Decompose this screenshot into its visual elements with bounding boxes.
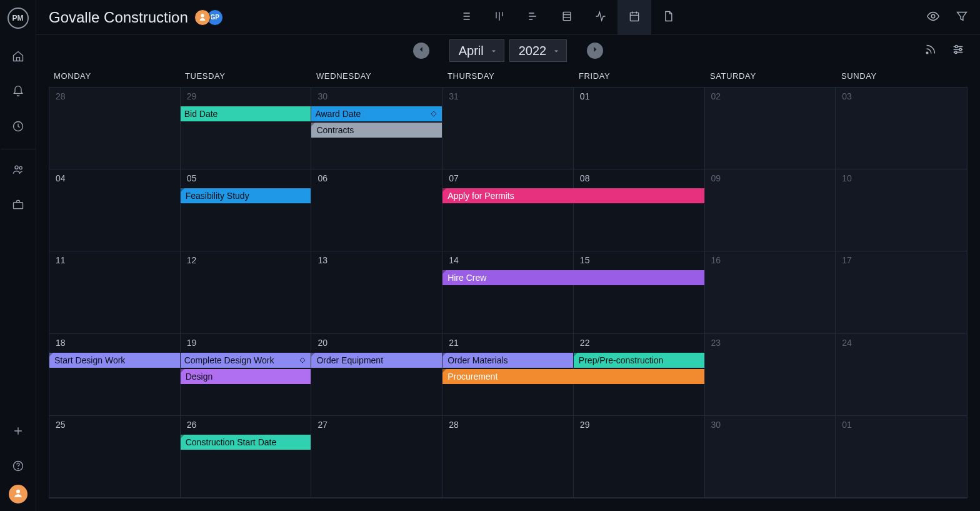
calendar-cell[interactable]: 31 [442, 88, 574, 169]
calendar-cell[interactable]: 01 [574, 88, 705, 169]
view-gantt[interactable] [516, 0, 550, 35]
calendar-cell[interactable]: 17 [836, 251, 967, 333]
filter-toggle[interactable] [955, 9, 969, 26]
calendar-cell[interactable]: 06 [311, 169, 442, 251]
calendar-cell[interactable]: 15 [574, 251, 705, 333]
app-logo[interactable]: PM [8, 8, 29, 29]
day-number: 13 [318, 255, 328, 265]
calendar-cell[interactable]: 12 [181, 251, 312, 333]
avatar-1[interactable] [194, 9, 211, 26]
day-number: 12 [187, 255, 197, 265]
event-title: Construction Start Date [184, 437, 277, 447]
project-title[interactable]: Govalle Construction [49, 9, 188, 26]
calendar-cell[interactable]: 20Order Equipment [311, 334, 442, 416]
avatar-icon [198, 12, 208, 23]
board-icon [493, 10, 506, 25]
project-avatars[interactable]: GP [198, 9, 223, 26]
feed-button[interactable] [924, 43, 938, 59]
day-number: 07 [449, 173, 459, 183]
calendar-event[interactable]: Order Materials [442, 353, 573, 368]
view-board[interactable] [482, 0, 516, 35]
calendar-event[interactable]: Feasibility Study [181, 188, 311, 203]
calendar-cell[interactable]: 09 [705, 169, 836, 251]
day-number: 30 [711, 420, 721, 430]
day-number: 27 [318, 420, 328, 430]
calendar-cell[interactable]: 01 [836, 416, 967, 498]
month-select[interactable]: April [449, 39, 504, 62]
calendar-event[interactable]: Prep/Pre-construction [574, 353, 704, 368]
calendar-grid: 2829Bid Date30Award DateContracts3101020… [49, 87, 968, 498]
calendar-event[interactable]: Design [181, 369, 311, 384]
visibility-toggle[interactable] [926, 9, 940, 26]
current-user-avatar[interactable] [9, 485, 28, 503]
calendar-event[interactable]: Contracts [311, 123, 442, 138]
topbar-right [911, 9, 969, 26]
calendar-event[interactable]: Start Design Work [49, 353, 180, 368]
calendar-cell[interactable]: 03 [836, 88, 967, 169]
calendar-cell[interactable]: 08 [574, 169, 705, 251]
calendar-cell[interactable]: 23 [705, 334, 836, 416]
calendar-cell[interactable]: 21Order MaterialsProcurement [442, 334, 574, 416]
calendar-event[interactable]: Award Date [311, 106, 442, 121]
calendar-cell[interactable]: 27 [311, 416, 442, 498]
event-title: Apply for Permits [446, 191, 514, 201]
calendar-event[interactable]: Procurement [442, 369, 704, 384]
prev-month-button[interactable] [413, 43, 429, 59]
view-sheet[interactable] [550, 0, 584, 35]
calendar-header: April 2022 [36, 35, 980, 66]
calendar-event[interactable]: Order Equipment [311, 353, 442, 368]
nav-time[interactable] [6, 115, 31, 140]
fold-corner-icon [49, 353, 53, 357]
calendar-cell[interactable]: 11 [49, 251, 181, 333]
svg-point-7 [201, 14, 204, 17]
fold-corner-icon [311, 123, 315, 126]
calendar-event[interactable]: Complete Design Work [181, 353, 311, 368]
calendar-cell[interactable]: 29Bid Date [181, 88, 312, 169]
calendar-cell[interactable]: 30 [705, 416, 836, 498]
day-number: 23 [711, 338, 721, 348]
calendar-cell[interactable]: 10 [836, 169, 967, 251]
fold-corner-icon [311, 353, 315, 357]
calendar-cell[interactable]: 28 [442, 416, 574, 498]
next-month-button[interactable] [587, 43, 603, 59]
calendar-cell[interactable]: 24 [836, 334, 967, 416]
settings-button[interactable] [951, 43, 965, 59]
calendar-cell[interactable]: 13 [311, 251, 442, 333]
filter-icon [955, 14, 969, 25]
view-calendar[interactable] [618, 0, 651, 35]
calendar-cell[interactable]: 18Start Design Work [49, 334, 181, 416]
calendar-cell[interactable]: 05Feasibility Study [181, 169, 312, 251]
nav-notifications[interactable] [6, 80, 31, 105]
nav-add[interactable] [6, 420, 31, 445]
nav-help[interactable] [6, 455, 31, 480]
view-list[interactable] [449, 0, 482, 35]
calendar-cell[interactable]: 28 [49, 88, 181, 169]
view-tabs [449, 0, 685, 35]
activity-icon [594, 10, 607, 25]
year-label: 2022 [519, 44, 547, 58]
calendar-event[interactable]: Bid Date [181, 106, 311, 121]
calendar-cell[interactable]: 02 [705, 88, 836, 169]
view-activity[interactable] [584, 0, 618, 35]
calendar-cell[interactable]: 30Award DateContracts [311, 88, 442, 169]
nav-team[interactable] [6, 158, 31, 183]
calendar-cell[interactable]: 07Apply for Permits [442, 169, 574, 251]
day-number: 30 [318, 91, 328, 101]
year-select[interactable]: 2022 [509, 39, 568, 62]
calendar-event[interactable]: Hire Crew [442, 270, 704, 285]
calendar-event[interactable]: Apply for Permits [442, 188, 704, 203]
day-number: 02 [711, 91, 721, 101]
day-number: 14 [449, 255, 459, 265]
calendar-cell[interactable]: 25 [49, 416, 181, 498]
nav-home[interactable] [6, 45, 31, 70]
calendar-cell[interactable]: 29 [574, 416, 705, 498]
calendar-cell[interactable]: 16 [705, 251, 836, 333]
calendar-cell[interactable]: 04 [49, 169, 181, 251]
dow-wed: WEDNESDAY [311, 66, 442, 87]
calendar-cell[interactable]: 26Construction Start Date [181, 416, 312, 498]
calendar-event[interactable]: Construction Start Date [181, 435, 311, 450]
view-files[interactable] [651, 0, 685, 35]
calendar-cell[interactable]: 19Complete Design WorkDesign [181, 334, 312, 416]
nav-portfolio[interactable] [6, 193, 31, 218]
calendar-cell[interactable]: 14Hire Crew [442, 251, 574, 333]
